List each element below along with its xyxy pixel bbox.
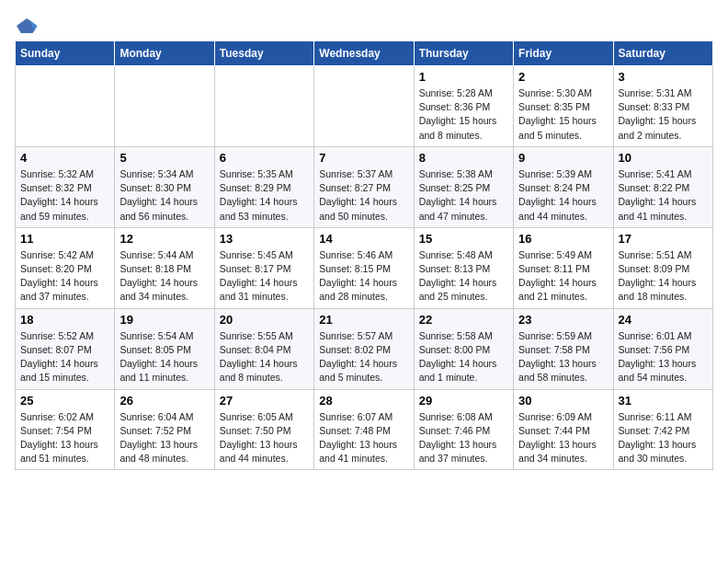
day-number: 29 bbox=[419, 394, 508, 408]
calendar-cell: 31Sunrise: 6:11 AM Sunset: 7:42 PM Dayli… bbox=[613, 389, 712, 470]
calendar-cell: 11Sunrise: 5:42 AM Sunset: 8:20 PM Dayli… bbox=[16, 227, 115, 308]
day-info: Sunrise: 5:57 AM Sunset: 8:02 PM Dayligh… bbox=[319, 329, 408, 385]
calendar-cell bbox=[115, 66, 214, 147]
day-info: Sunrise: 5:52 AM Sunset: 8:07 PM Dayligh… bbox=[20, 329, 109, 385]
day-number: 30 bbox=[518, 394, 608, 408]
day-number: 17 bbox=[619, 232, 708, 246]
calendar-cell: 21Sunrise: 5:57 AM Sunset: 8:02 PM Dayli… bbox=[314, 308, 414, 389]
day-info: Sunrise: 6:01 AM Sunset: 7:56 PM Dayligh… bbox=[619, 329, 708, 385]
day-of-week-header: Thursday bbox=[414, 41, 513, 66]
calendar-cell: 28Sunrise: 6:07 AM Sunset: 7:48 PM Dayli… bbox=[314, 389, 414, 470]
day-number: 27 bbox=[220, 394, 309, 408]
calendar-cell bbox=[314, 66, 414, 147]
day-number: 8 bbox=[419, 151, 508, 165]
day-info: Sunrise: 5:45 AM Sunset: 8:17 PM Dayligh… bbox=[220, 248, 309, 304]
day-info: Sunrise: 6:08 AM Sunset: 7:46 PM Dayligh… bbox=[419, 410, 508, 466]
day-number: 4 bbox=[20, 151, 109, 165]
day-info: Sunrise: 5:42 AM Sunset: 8:20 PM Dayligh… bbox=[20, 248, 109, 304]
day-number: 14 bbox=[319, 232, 408, 246]
day-info: Sunrise: 5:39 AM Sunset: 8:24 PM Dayligh… bbox=[518, 167, 608, 224]
day-info: Sunrise: 5:54 AM Sunset: 8:05 PM Dayligh… bbox=[119, 329, 209, 385]
day-number: 6 bbox=[220, 151, 309, 165]
day-info: Sunrise: 6:11 AM Sunset: 7:42 PM Dayligh… bbox=[619, 410, 708, 466]
calendar-cell: 29Sunrise: 6:08 AM Sunset: 7:46 PM Dayli… bbox=[414, 389, 513, 470]
day-info: Sunrise: 6:09 AM Sunset: 7:44 PM Dayligh… bbox=[518, 410, 608, 466]
day-number: 21 bbox=[319, 313, 408, 327]
calendar-cell: 8Sunrise: 5:38 AM Sunset: 8:25 PM Daylig… bbox=[414, 146, 513, 227]
calendar-week-row: 4Sunrise: 5:32 AM Sunset: 8:32 PM Daylig… bbox=[16, 146, 713, 227]
calendar-cell: 22Sunrise: 5:58 AM Sunset: 8:00 PM Dayli… bbox=[414, 308, 513, 389]
day-number: 18 bbox=[20, 313, 109, 327]
page-header bbox=[15, 15, 713, 33]
day-info: Sunrise: 6:05 AM Sunset: 7:50 PM Dayligh… bbox=[220, 410, 309, 466]
day-number: 5 bbox=[119, 151, 209, 165]
day-number: 2 bbox=[518, 70, 608, 84]
day-number: 24 bbox=[619, 313, 708, 327]
calendar-cell: 18Sunrise: 5:52 AM Sunset: 8:07 PM Dayli… bbox=[16, 308, 115, 389]
day-number: 12 bbox=[119, 232, 209, 246]
day-info: Sunrise: 5:35 AM Sunset: 8:29 PM Dayligh… bbox=[220, 167, 309, 224]
day-info: Sunrise: 6:07 AM Sunset: 7:48 PM Dayligh… bbox=[319, 410, 408, 466]
calendar-cell: 2Sunrise: 5:30 AM Sunset: 8:35 PM Daylig… bbox=[514, 66, 613, 147]
day-info: Sunrise: 5:34 AM Sunset: 8:30 PM Dayligh… bbox=[119, 167, 209, 224]
calendar-cell: 14Sunrise: 5:46 AM Sunset: 8:15 PM Dayli… bbox=[314, 227, 414, 308]
day-number: 3 bbox=[619, 70, 708, 84]
day-info: Sunrise: 5:51 AM Sunset: 8:09 PM Dayligh… bbox=[619, 248, 708, 304]
calendar-header-row: SundayMondayTuesdayWednesdayThursdayFrid… bbox=[16, 41, 713, 66]
day-of-week-header: Saturday bbox=[613, 41, 712, 66]
day-of-week-header: Tuesday bbox=[214, 41, 313, 66]
day-info: Sunrise: 5:49 AM Sunset: 8:11 PM Dayligh… bbox=[518, 248, 608, 304]
day-number: 26 bbox=[119, 394, 209, 408]
calendar-cell: 24Sunrise: 6:01 AM Sunset: 7:56 PM Dayli… bbox=[613, 308, 712, 389]
day-number: 19 bbox=[119, 313, 209, 327]
calendar-cell: 17Sunrise: 5:51 AM Sunset: 8:09 PM Dayli… bbox=[613, 227, 712, 308]
day-info: Sunrise: 5:55 AM Sunset: 8:04 PM Dayligh… bbox=[220, 329, 309, 385]
day-info: Sunrise: 5:46 AM Sunset: 8:15 PM Dayligh… bbox=[319, 248, 408, 304]
day-of-week-header: Sunday bbox=[16, 41, 115, 66]
day-info: Sunrise: 5:31 AM Sunset: 8:33 PM Dayligh… bbox=[619, 86, 708, 143]
day-info: Sunrise: 5:44 AM Sunset: 8:18 PM Dayligh… bbox=[119, 248, 209, 304]
day-number: 28 bbox=[319, 394, 408, 408]
logo-icon bbox=[17, 15, 39, 37]
day-number: 31 bbox=[619, 394, 708, 408]
day-of-week-header: Monday bbox=[115, 41, 214, 66]
calendar-cell: 27Sunrise: 6:05 AM Sunset: 7:50 PM Dayli… bbox=[214, 389, 313, 470]
calendar-cell: 7Sunrise: 5:37 AM Sunset: 8:27 PM Daylig… bbox=[314, 146, 414, 227]
day-info: Sunrise: 5:28 AM Sunset: 8:36 PM Dayligh… bbox=[419, 86, 508, 143]
calendar-cell: 10Sunrise: 5:41 AM Sunset: 8:22 PM Dayli… bbox=[613, 146, 712, 227]
calendar-cell: 25Sunrise: 6:02 AM Sunset: 7:54 PM Dayli… bbox=[16, 389, 115, 470]
calendar-week-row: 1Sunrise: 5:28 AM Sunset: 8:36 PM Daylig… bbox=[16, 66, 713, 147]
calendar-cell bbox=[214, 66, 313, 147]
calendar-cell: 26Sunrise: 6:04 AM Sunset: 7:52 PM Dayli… bbox=[115, 389, 214, 470]
day-number: 25 bbox=[20, 394, 109, 408]
calendar-cell: 12Sunrise: 5:44 AM Sunset: 8:18 PM Dayli… bbox=[115, 227, 214, 308]
day-number: 13 bbox=[220, 232, 309, 246]
calendar-cell: 6Sunrise: 5:35 AM Sunset: 8:29 PM Daylig… bbox=[214, 146, 313, 227]
day-number: 9 bbox=[518, 151, 608, 165]
calendar-cell bbox=[16, 66, 115, 147]
day-number: 15 bbox=[419, 232, 508, 246]
day-info: Sunrise: 5:58 AM Sunset: 8:00 PM Dayligh… bbox=[419, 329, 508, 385]
calendar-week-row: 18Sunrise: 5:52 AM Sunset: 8:07 PM Dayli… bbox=[16, 308, 713, 389]
day-number: 22 bbox=[419, 313, 508, 327]
calendar-cell: 20Sunrise: 5:55 AM Sunset: 8:04 PM Dayli… bbox=[214, 308, 313, 389]
day-number: 23 bbox=[518, 313, 608, 327]
day-info: Sunrise: 5:37 AM Sunset: 8:27 PM Dayligh… bbox=[319, 167, 408, 224]
day-info: Sunrise: 5:30 AM Sunset: 8:35 PM Dayligh… bbox=[518, 86, 608, 143]
day-number: 11 bbox=[20, 232, 109, 246]
day-info: Sunrise: 5:41 AM Sunset: 8:22 PM Dayligh… bbox=[619, 167, 708, 224]
day-number: 20 bbox=[220, 313, 309, 327]
calendar-cell: 19Sunrise: 5:54 AM Sunset: 8:05 PM Dayli… bbox=[115, 308, 214, 389]
calendar-cell: 3Sunrise: 5:31 AM Sunset: 8:33 PM Daylig… bbox=[613, 66, 712, 147]
calendar-week-row: 25Sunrise: 6:02 AM Sunset: 7:54 PM Dayli… bbox=[16, 389, 713, 470]
day-info: Sunrise: 6:04 AM Sunset: 7:52 PM Dayligh… bbox=[119, 410, 209, 466]
day-number: 1 bbox=[419, 70, 508, 84]
logo bbox=[15, 15, 39, 33]
day-of-week-header: Friday bbox=[514, 41, 613, 66]
calendar-cell: 1Sunrise: 5:28 AM Sunset: 8:36 PM Daylig… bbox=[414, 66, 513, 147]
calendar-table: SundayMondayTuesdayWednesdayThursdayFrid… bbox=[15, 40, 713, 470]
day-info: Sunrise: 5:32 AM Sunset: 8:32 PM Dayligh… bbox=[20, 167, 109, 224]
day-of-week-header: Wednesday bbox=[314, 41, 414, 66]
day-number: 10 bbox=[619, 151, 708, 165]
calendar-cell: 4Sunrise: 5:32 AM Sunset: 8:32 PM Daylig… bbox=[16, 146, 115, 227]
